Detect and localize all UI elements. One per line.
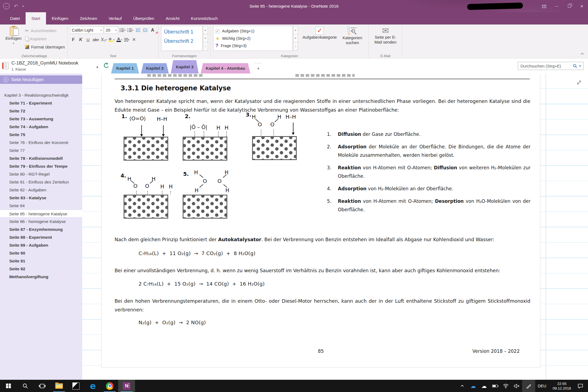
search-box[interactable]: ▼ — [518, 62, 584, 70]
italic-button[interactable]: K — [77, 36, 84, 43]
edge-button[interactable]: e — [84, 380, 101, 392]
page-list-item[interactable]: Seite 85 - heterogene Katalyse — [0, 210, 82, 218]
numbered-list-button[interactable]: ▾ — [127, 27, 134, 34]
wifi-icon[interactable] — [500, 380, 511, 392]
style-scroll-down-icon[interactable]: ▼ — [203, 34, 208, 42]
highlight-button[interactable]: ▾ — [108, 36, 115, 43]
page-list-item[interactable]: Seite 79 - Einfluss der Tempe — [0, 162, 82, 170]
tray-overflow-button[interactable] — [457, 380, 468, 392]
tag-scroll-up-icon[interactable]: ▲ — [293, 26, 298, 34]
page-list-item[interactable]: Seite 89 - Aufgaben — [0, 241, 82, 249]
page-list-item[interactable]: Seite 74 - Aufgaben — [0, 123, 82, 131]
add-page-button[interactable]: + Seite hinzufügen — [0, 75, 82, 84]
style-item[interactable]: Überschrift 2 — [161, 36, 202, 46]
clear-formatting-button[interactable]: A — [149, 27, 156, 34]
search-input[interactable] — [520, 63, 571, 69]
ribbon-tab-datei[interactable]: Datei — [4, 12, 26, 24]
ribbon-display-options-icon[interactable] — [538, 0, 550, 12]
decrease-indent-button[interactable] — [135, 27, 141, 34]
font-size-select[interactable]: 20▾ — [104, 26, 118, 34]
ribbon-tab-überprüfen[interactable]: Überprüfen — [127, 12, 160, 24]
page-list-item[interactable]: Seite 75 — [0, 131, 82, 139]
new-section-tab[interactable]: + — [252, 63, 264, 74]
copy-button[interactable]: Kopieren — [25, 35, 65, 43]
email-page-button[interactable]: ✉ Seite per E-Mail senden — [371, 26, 400, 45]
increase-indent-button[interactable] — [142, 27, 149, 34]
tag-item[interactable]: ★Wichtig (Strg+2) — [216, 35, 290, 42]
page-list-item[interactable]: Seite 76 - Einfluss der Konzentr — [0, 139, 82, 146]
todo-tag-button[interactable]: ✓ Aufgabenkategorie — [301, 26, 339, 41]
task-view-button[interactable] — [34, 380, 51, 392]
page-list-item[interactable]: Seite 82 - Aufgaben — [0, 186, 82, 194]
style-scroll-up-icon[interactable]: ▲ — [203, 26, 208, 34]
style-more-icon[interactable]: ⍗ — [203, 42, 208, 51]
subscript-button[interactable]: X₂▾ — [100, 36, 107, 43]
section-tab-kapitel-2[interactable]: Kapitel 2 — [141, 63, 169, 74]
ribbon-tab-verlauf[interactable]: Verlauf — [103, 12, 127, 24]
taskbar-search-button[interactable] — [17, 380, 34, 392]
maximize-button[interactable] — [563, 0, 575, 12]
ribbon-tab-einfügen[interactable]: Einfügen — [46, 12, 74, 24]
volume-muted-icon[interactable] — [511, 380, 522, 392]
page-list-item[interactable]: Kapitel 3 - Reaktionsgeschwindigk — [0, 91, 82, 99]
page-list-item[interactable]: Seite 87 - Enzymhemmung — [0, 225, 82, 233]
delete-button[interactable]: ✕ — [131, 36, 137, 43]
keyboard-language-indicator[interactable]: DEU — [535, 384, 549, 388]
section-tab-kapitel-1[interactable]: Kapitel 1 — [111, 63, 139, 74]
ribbon-tab-start[interactable]: Start — [26, 12, 46, 24]
paragraph-align-button[interactable]: ▾ — [123, 36, 130, 43]
font-family-select[interactable]: Calibri Light▾ — [70, 26, 103, 34]
pinned-app-button[interactable] — [68, 380, 84, 392]
windows-ink-icon[interactable] — [522, 380, 535, 392]
font-color-button[interactable]: A▾ — [116, 36, 123, 43]
notebook-dropdown-icon[interactable]: ▼ — [96, 66, 99, 69]
onedrive-tray-icon[interactable]: ☁ — [468, 380, 479, 392]
style-item[interactable]: Überschrift 1 — [161, 27, 202, 36]
page-list-item[interactable]: Seite 78 - Kollisionsmodell — [0, 154, 82, 162]
action-center-icon[interactable] — [575, 380, 586, 392]
minimize-button[interactable]: ─ — [550, 0, 563, 12]
underline-button[interactable]: U — [85, 36, 91, 43]
page-list-item[interactable]: Seite 90 — [0, 249, 82, 257]
qat-customize-icon[interactable]: ▾ — [22, 5, 24, 8]
start-button[interactable] — [0, 380, 17, 392]
page-list-item[interactable]: Seite 88 - Experiment — [0, 233, 82, 241]
find-tags-button[interactable]: ★ Kategorien suchen — [339, 26, 366, 46]
page-list-item[interactable]: Methanolvergiftung — [0, 273, 82, 281]
full-page-view-icon[interactable] — [576, 79, 582, 87]
notebook-switcher[interactable]: C-1BZ_2018_GymMU Notebook 1. Klasse — [11, 60, 78, 72]
page-list-item[interactable]: Seite 77 — [0, 146, 82, 154]
file-explorer-button[interactable] — [51, 380, 68, 392]
strikethrough-button[interactable]: abe — [92, 36, 99, 43]
tag-scroll-down-icon[interactable]: ▼ — [293, 34, 298, 42]
taskbar-clock[interactable]: 22:55 09.12.2018 — [549, 381, 575, 391]
bullet-list-button[interactable]: ▾ — [119, 27, 126, 34]
undo-icon[interactable]: ↶ — [14, 3, 18, 9]
tag-item[interactable]: ✓Aufgaben (Strg+1) — [216, 28, 290, 34]
cloud-tray-icon[interactable]: ☁ — [479, 380, 489, 392]
tag-more-icon[interactable]: ⍗ — [293, 42, 298, 51]
battery-icon[interactable] — [489, 380, 500, 392]
tag-item[interactable]: ?Frage (Strg+3) — [216, 42, 290, 49]
ribbon-tab-kursnotizbuch[interactable]: Kursnotizbuch — [185, 12, 223, 24]
cut-button[interactable]: ✂ Ausschneiden — [25, 26, 65, 35]
notebook-page[interactable]: 3.3.1 Die heterogene Katalyse Von hetero… — [101, 74, 540, 367]
section-tab-kapitel-3[interactable]: Kapitel 3 — [171, 60, 199, 74]
page-list-item[interactable]: Seite 80 - RGT-Regel — [0, 170, 82, 178]
onenote-button[interactable]: N — [118, 380, 135, 392]
close-button[interactable]: ✕ — [575, 0, 588, 12]
page-list-item[interactable]: Seite 83 - Katalyse — [0, 194, 82, 202]
collapse-ribbon-icon[interactable] — [580, 51, 584, 56]
search-scope-dropdown-icon[interactable]: ▼ — [579, 65, 581, 68]
page-list-item[interactable]: Seite 71 - Experiment — [0, 99, 82, 107]
back-icon[interactable]: ← — [3, 3, 10, 9]
page-list-item[interactable]: Seite 84 — [0, 202, 82, 210]
ribbon-tab-ansicht[interactable]: Ansicht — [160, 12, 185, 24]
page-list-item[interactable]: Seite 81 - Einfluss des Zerteilun — [0, 178, 82, 186]
bold-button[interactable]: F — [70, 36, 76, 43]
page-list-item[interactable]: Seite 92 — [0, 265, 82, 273]
format-painter-button[interactable]: Format übertragen — [25, 43, 65, 51]
page-list-item[interactable]: Seite 91 — [0, 257, 82, 265]
page-list-item[interactable]: Seite 72 — [0, 107, 82, 115]
chrome-button[interactable] — [101, 380, 118, 392]
